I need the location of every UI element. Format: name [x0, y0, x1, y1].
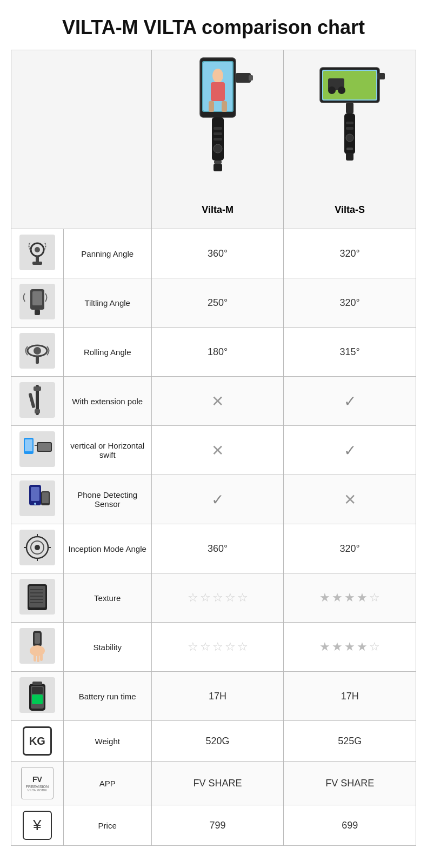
battery-label: Battery run time	[63, 672, 151, 721]
svg-rect-69	[29, 586, 45, 607]
svg-rect-34	[32, 262, 42, 265]
svg-point-27	[346, 134, 353, 142]
inception-label: Inception Mode Angle	[63, 524, 151, 573]
svg-rect-79	[34, 654, 36, 662]
svg-rect-10	[214, 127, 222, 130]
texture-label: Texture	[63, 573, 151, 623]
price-icon-cell: ¥	[11, 805, 64, 846]
svg-point-62	[35, 545, 40, 550]
battery-vilta-s: 17H	[284, 672, 416, 721]
svg-point-21	[338, 86, 345, 94]
inception-vilta-s: 320°	[284, 524, 416, 573]
star-3: ☆	[212, 591, 223, 605]
battery-vilta-m: 17H	[151, 672, 284, 721]
svg-rect-26	[346, 127, 353, 130]
price-label: Price	[63, 805, 151, 846]
star-1: ★	[319, 640, 330, 654]
tilting-vilta-s: 320°	[284, 278, 416, 328]
table-row: Tiltling Angle 250° 320°	[11, 278, 416, 328]
texture-icon	[19, 579, 55, 615]
swift-label: vertical or Horizontal swift	[63, 426, 151, 475]
svg-point-56	[34, 503, 36, 505]
table-row: vertical or Horizontal swift ✕ ✓	[11, 426, 416, 475]
svg-rect-5	[209, 101, 214, 112]
vilta-m-label: Vilta-M	[156, 200, 279, 224]
star-2: ☆	[200, 591, 211, 605]
swift-icon-cell	[11, 426, 64, 475]
vilta-s-image	[315, 57, 385, 197]
vilta-m-product-cell: Vilta-M	[151, 50, 284, 229]
stars-group: ★ ★ ★ ★ ☆	[288, 640, 411, 654]
table-row: Stability ☆ ☆ ☆ ☆ ☆ ★ ★ ★ ★ ☆	[11, 623, 416, 672]
svg-rect-80	[37, 655, 39, 662]
check-icon: ✓	[344, 442, 356, 459]
sensor-label: Phone Detecting Sensor	[63, 475, 151, 524]
sensor-icon	[19, 480, 55, 516]
weight-vilta-m: 520G	[151, 721, 284, 762]
table-row: Phone Detecting Sensor ✓ ✕	[11, 475, 416, 524]
svg-rect-22	[377, 73, 385, 79]
table-row: KG Weight 520G 525G	[11, 721, 416, 762]
weight-icon-cell: KG	[11, 721, 64, 762]
stars-group: ☆ ☆ ☆ ☆ ☆	[156, 591, 279, 605]
star-1: ★	[319, 591, 330, 605]
star-4: ★	[357, 591, 368, 605]
svg-rect-86	[32, 695, 43, 704]
vilta-s-product-cell: Vilta-S	[284, 50, 416, 229]
svg-rect-11	[214, 132, 222, 135]
svg-rect-81	[40, 654, 43, 661]
svg-rect-46	[35, 409, 40, 413]
svg-rect-25	[346, 122, 353, 124]
svg-rect-15	[214, 164, 222, 171]
stability-icon-cell	[11, 623, 64, 672]
svg-rect-55	[31, 487, 39, 501]
panning-icon	[19, 235, 55, 270]
panning-vilta-s: 320°	[284, 229, 416, 278]
star-1: ☆	[188, 591, 198, 605]
svg-rect-14	[214, 161, 222, 164]
svg-rect-45	[34, 386, 41, 391]
star-4: ☆	[225, 640, 236, 654]
tilting-icon	[19, 284, 55, 319]
tilting-vilta-m: 250°	[151, 278, 284, 328]
star-2: ☆	[200, 640, 211, 654]
stability-vilta-m: ☆ ☆ ☆ ☆ ☆	[151, 623, 284, 672]
panning-angle-label: Panning Angle	[63, 229, 151, 278]
texture-vilta-s: ★ ★ ★ ★ ☆	[284, 573, 416, 623]
table-row: With extension pole ✕ ✓	[11, 377, 416, 426]
svg-rect-87	[32, 687, 43, 694]
stability-icon	[19, 628, 55, 664]
weight-vilta-s: 525G	[284, 721, 416, 762]
svg-rect-8	[249, 75, 253, 81]
rolling-vilta-m: 180°	[151, 328, 284, 377]
tilting-icon-cell	[11, 278, 64, 328]
product-header-row: Vilta-M	[11, 50, 416, 229]
star-5: ☆	[237, 591, 248, 605]
battery-icon	[19, 677, 55, 713]
freevision-app-icon: FV FREEVISION VILTA MOBIE	[21, 767, 54, 799]
weight-label: Weight	[63, 721, 151, 762]
extension-pole-label: With extension pole	[63, 377, 151, 426]
svg-rect-38	[35, 310, 40, 315]
sensor-vilta-m: ✓	[151, 475, 284, 524]
check-icon: ✓	[211, 491, 224, 508]
svg-point-41	[34, 347, 41, 355]
svg-point-32	[35, 247, 40, 252]
vilta-s-label: Vilta-S	[288, 200, 411, 224]
svg-rect-58	[42, 492, 49, 503]
star-1: ☆	[188, 640, 198, 654]
svg-rect-12	[214, 138, 222, 141]
texture-icon-cell	[11, 573, 64, 623]
star-5: ☆	[369, 591, 380, 605]
texture-vilta-m: ☆ ☆ ☆ ☆ ☆	[151, 573, 284, 623]
check-icon: ✓	[344, 393, 356, 410]
star-4: ☆	[225, 591, 236, 605]
svg-rect-37	[32, 291, 42, 305]
extension-pole-vilta-m: ✕	[151, 377, 284, 426]
app-icon-cell: FV FREEVISION VILTA MOBIE	[11, 762, 64, 805]
price-vilta-s: 699	[284, 805, 416, 846]
panning-icon-cell	[11, 229, 64, 278]
price-yen-icon: ¥	[23, 811, 52, 840]
rolling-angle-label: Rolling Angle	[63, 328, 151, 377]
rolling-vilta-s: 315°	[284, 328, 416, 377]
